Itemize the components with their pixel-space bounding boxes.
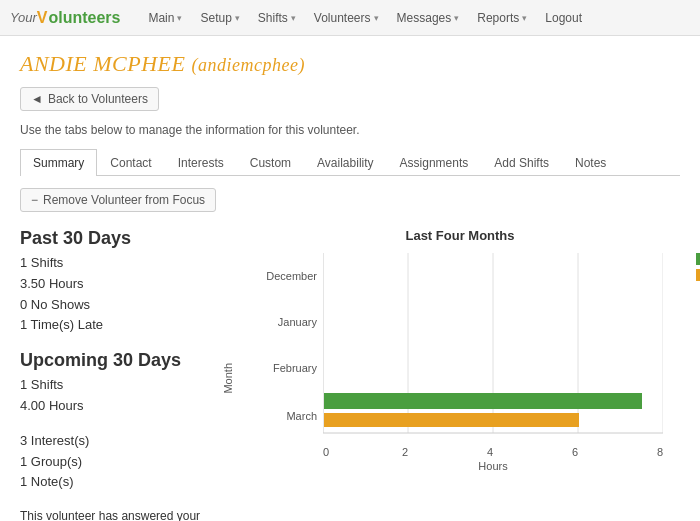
chart-svg-container: 0 2 4 6 8 Hours — [323, 253, 680, 472]
chart-area: Last Four Months Month December January … — [240, 228, 680, 521]
x-axis-labels: 0 2 4 6 8 — [323, 444, 663, 458]
page-title: Andie McPhee (andiemcphee) — [20, 51, 680, 77]
tab-add-shifts[interactable]: Add Shifts — [481, 149, 562, 176]
nav-messages[interactable]: Messages ▾ — [389, 5, 468, 31]
upcoming-hours: 4.00 Hours — [20, 396, 220, 417]
month-dec: December — [258, 253, 323, 299]
past-30-section: Past 30 Days 1 Shifts 3.50 Hours 0 No Sh… — [20, 228, 220, 336]
y-axis-label: Month — [222, 363, 234, 394]
nav-main[interactable]: Main ▾ — [140, 5, 190, 31]
back-arrow-icon: ◄ — [31, 92, 43, 106]
nav-volunteers[interactable]: Volunteers ▾ — [306, 5, 387, 31]
legend-tracked-box — [696, 269, 700, 281]
tab-custom[interactable]: Custom — [237, 149, 304, 176]
month-feb: February — [258, 345, 323, 391]
logo-icon: V — [37, 9, 48, 27]
past-late: 1 Time(s) Late — [20, 315, 220, 336]
nav-shifts[interactable]: Shifts ▾ — [250, 5, 304, 31]
nav-main-arrow: ▾ — [177, 13, 182, 23]
tab-contact[interactable]: Contact — [97, 149, 164, 176]
chart-legend: Scheduled Tracked — [696, 253, 700, 281]
past-no-shows: 0 No Shows — [20, 295, 220, 316]
past-30-heading: Past 30 Days — [20, 228, 220, 249]
legend-tracked: Tracked — [696, 269, 700, 281]
x-tick-6: 6 — [493, 446, 578, 458]
tab-summary[interactable]: Summary — [20, 149, 97, 176]
interests-count: 3 Interest(s) — [20, 431, 220, 452]
tab-assignments[interactable]: Assignments — [387, 149, 482, 176]
nav-logout[interactable]: Logout — [537, 5, 590, 31]
x-tick-2: 2 — [323, 446, 408, 458]
nav-shifts-arrow: ▾ — [291, 13, 296, 23]
instructions: Use the tabs below to manage the informa… — [20, 123, 680, 137]
remove-volunteer-button[interactable]: − Remove Volunteer from Focus — [20, 188, 216, 212]
month-labels: December January February March — [258, 253, 323, 472]
x-tick-4: 4 — [408, 446, 493, 458]
page-username: (andiemcphee) — [191, 55, 304, 75]
page: Andie McPhee (andiemcphee) ◄ Back to Vol… — [0, 36, 700, 521]
legend-scheduled: Scheduled — [696, 253, 700, 265]
x-axis-title: Hours — [323, 460, 663, 472]
back-button[interactable]: ◄ Back to Volunteers — [20, 87, 159, 111]
nav-setup[interactable]: Setup ▾ — [192, 5, 247, 31]
nav-bar: Your V olunteers Main ▾ Setup ▾ Shifts ▾… — [0, 0, 700, 36]
nav-reports-arrow: ▾ — [522, 13, 527, 23]
notes-count: 1 Note(s) — [20, 472, 220, 493]
nav-volunteers-arrow: ▾ — [374, 13, 379, 23]
upcoming-30-heading: Upcoming 30 Days — [20, 350, 220, 371]
tab-notes[interactable]: Notes — [562, 149, 619, 176]
info-custom: This volunteer has answered your custom … — [20, 507, 220, 521]
logo: Your V olunteers — [10, 9, 120, 27]
bar-march-tracked — [324, 413, 579, 427]
groups-count: 1 Group(s) — [20, 452, 220, 473]
month-jan: January — [258, 299, 323, 345]
nav-messages-arrow: ▾ — [454, 13, 459, 23]
logo-your: Your — [10, 10, 37, 25]
legend-scheduled-box — [696, 253, 700, 265]
past-hours: 3.50 Hours — [20, 274, 220, 295]
nav-items: Main ▾ Setup ▾ Shifts ▾ Volunteers ▾ Mes… — [140, 5, 590, 31]
stats-panel: Past 30 Days 1 Shifts 3.50 Hours 0 No Sh… — [20, 228, 220, 521]
logo-volunteers: olunteers — [48, 9, 120, 27]
nav-setup-arrow: ▾ — [235, 13, 240, 23]
nav-reports[interactable]: Reports ▾ — [469, 5, 535, 31]
upcoming-shifts: 1 Shifts — [20, 375, 220, 396]
x-tick-8: 8 — [578, 446, 663, 458]
tabs: Summary Contact Interests Custom Availab… — [20, 149, 680, 176]
extra-stats: 3 Interest(s) 1 Group(s) 1 Note(s) — [20, 431, 220, 493]
bar-march-scheduled — [324, 393, 642, 409]
upcoming-30-section: Upcoming 30 Days 1 Shifts 4.00 Hours — [20, 350, 220, 417]
minus-icon: − — [31, 193, 38, 207]
past-shifts: 1 Shifts — [20, 253, 220, 274]
tab-interests[interactable]: Interests — [165, 149, 237, 176]
month-mar: March — [258, 391, 323, 441]
content-area: Past 30 Days 1 Shifts 3.50 Hours 0 No Sh… — [20, 228, 680, 521]
tab-availability[interactable]: Availability — [304, 149, 386, 176]
chart-svg — [323, 253, 663, 441]
chart-title: Last Four Months — [240, 228, 680, 243]
